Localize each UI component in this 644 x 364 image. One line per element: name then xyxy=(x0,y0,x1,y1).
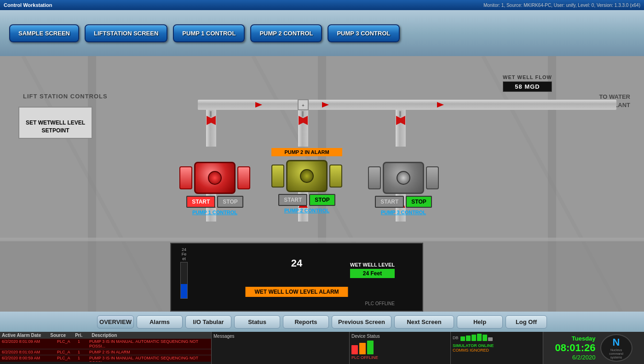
wetwell-panel: 24Feet 24 WET WELL LOW LEVEL ALARM WET W… xyxy=(170,243,423,312)
svg-rect-7 xyxy=(0,238,644,241)
statusbar: Active Alarm Date Source Pri. Descriptio… xyxy=(0,332,644,364)
alarm-row: 6/2/2020 8:01:09 AM PLC_A 1 PUMP 3 IS IN… xyxy=(0,339,211,349)
pump1-stop-btn[interactable]: STOP xyxy=(217,196,243,208)
alarm-col-date: Active Alarm Date xyxy=(2,333,41,338)
alarm-col-desc: Description xyxy=(92,333,117,338)
db-bar xyxy=(472,335,476,341)
pump2-alarm-banner: PUMP 2 IN ALARM xyxy=(271,148,342,156)
db-bar xyxy=(488,337,493,341)
messages-panel: Messages xyxy=(212,332,350,364)
logoff-btn[interactable]: Log Off xyxy=(506,315,547,329)
alarms-header: Active Alarm Date Source Pri. Descriptio… xyxy=(0,332,211,339)
alarm-col-priority: Pri. xyxy=(75,333,82,338)
comms-ignored-label: COMMS IGNORED xyxy=(453,348,541,353)
wet-well-flow-label: WET WELL FLOW xyxy=(503,74,552,80)
wetwell-alarm-label: WET WELL LOW LEVEL ALARM xyxy=(245,287,348,297)
device-status-panel: Device Status PLC OFFLINE xyxy=(350,332,451,364)
alarm-list[interactable]: 6/2/2020 8:01:09 AM PLC_A 1 PUMP 3 IS IN… xyxy=(0,339,211,362)
pump3-container: START STOP PUMP 3 CONTROL xyxy=(368,162,439,215)
clock-time: 08:01:26 xyxy=(555,342,595,354)
clock-date: 6/2/2020 xyxy=(555,354,595,361)
device-bar-3 xyxy=(367,341,374,354)
pump2-control-label[interactable]: PUMP 2 CONTROL xyxy=(284,208,329,213)
wetwell-level-label: WET WELL LEVEL 24 Feet xyxy=(350,262,395,278)
plc-offline-wetwell: PLC OFFLINE xyxy=(365,301,395,306)
wetwell-level-fill xyxy=(181,284,187,298)
titlebar: Control Workstation Monitor: 1, Source: … xyxy=(0,0,644,10)
alarm-row: 6/2/2020 8:01:03 AM PLC_A 1 PUMP 2 IS IN… xyxy=(0,349,211,355)
db-label: DB xyxy=(453,336,459,340)
navbar: SAMPLE SCREEN LIFTSTATION SCREEN PUMP 1 … xyxy=(0,10,644,56)
clock-panel: Tuesday 08:01:26 6/2/2020 N Nucleuscomma… xyxy=(543,332,644,364)
nucleus-text: Nucleuscommandsystems xyxy=(609,348,623,359)
main-area: LIFT STATION CONTROLS TO WATER TREATMENT… xyxy=(0,56,644,312)
pump3-stop-btn[interactable]: STOP xyxy=(406,196,431,208)
overview-btn[interactable]: OVERVIEW xyxy=(97,315,134,329)
pump1-control-label[interactable]: PUMP 1 CONTROL xyxy=(192,210,237,215)
pump1-start-btn[interactable]: START xyxy=(186,196,215,208)
alarm-col-source: Source xyxy=(50,333,66,338)
io-tabular-btn[interactable]: I/O Tabular xyxy=(185,315,231,329)
system-info: Monitor: 1, Source: MKIRK64-PC, User: un… xyxy=(483,3,640,8)
nucleus-n-icon: N xyxy=(613,336,620,348)
wetwell-inner: 24Feet 24 WET WELL LOW LEVEL ALARM WET W… xyxy=(171,244,422,311)
previous-screen-btn[interactable]: Previous Screen xyxy=(332,315,391,329)
device-status-bars xyxy=(351,341,448,354)
status-btn[interactable]: Status xyxy=(234,315,280,329)
device-bar-2 xyxy=(359,343,366,354)
clock-info: Tuesday 08:01:26 6/2/2020 xyxy=(555,335,595,361)
db-bar xyxy=(466,336,471,341)
wet-well-flow-value: 58 MGD xyxy=(503,81,552,92)
pump2-container: PUMP 2 IN ALARM START STOP PUMP 2 CONTRO… xyxy=(271,148,342,213)
db-bars xyxy=(460,334,493,341)
messages-label: Messages xyxy=(213,334,347,339)
alarm-row: 6/2/2020 8:00:59 AM PLC_A 1 PUMP 3 IS IN… xyxy=(0,355,211,362)
nav-pump1-control[interactable]: PUMP 1 CONTROL xyxy=(173,24,245,42)
alarms-panel: Active Alarm Date Source Pri. Descriptio… xyxy=(0,332,212,364)
app-title: Control Workstation xyxy=(4,2,52,8)
db-bar xyxy=(460,336,465,341)
db-bar xyxy=(483,335,487,341)
nav-sample-screen[interactable]: SAMPLE SCREEN xyxy=(9,24,79,42)
pump2-start-btn[interactable]: START xyxy=(278,194,307,206)
pump3-start-btn[interactable]: START xyxy=(375,196,404,208)
lift-station-label: LIFT STATION CONTROLS xyxy=(23,93,108,100)
nav-pump3-control[interactable]: PUMP 3 CONTROL xyxy=(328,24,399,42)
db-bar xyxy=(477,334,482,341)
pump3-control-label[interactable]: PUMP 3 CONTROL xyxy=(381,210,426,215)
system-status-panel: DB SIMULATOR ONLINE COMMS IGNORED xyxy=(451,332,543,364)
clock-day: Tuesday xyxy=(555,335,595,342)
plc-offline-status: PLC OFFLINE xyxy=(351,355,448,360)
wet-well-flow: WET WELL FLOW 58 MGD xyxy=(503,74,552,92)
pump1-container: START STOP PUMP 1 CONTROL xyxy=(179,162,250,215)
device-bar-1 xyxy=(351,345,358,354)
next-screen-btn[interactable]: Next Screen xyxy=(394,315,454,329)
setpoint-button[interactable]: SET WETWELL LEVEL SETPOINT xyxy=(18,107,92,139)
nav-liftstation-screen[interactable]: LIFTSTATION SCREEN xyxy=(85,24,167,42)
alarms-btn[interactable]: Alarms xyxy=(137,315,183,329)
device-status-label: Device Status xyxy=(351,334,448,339)
wetwell-gauge: 24Feet xyxy=(180,247,188,299)
reports-btn[interactable]: Reports xyxy=(283,315,329,329)
water-treatment-label: TO WATER TREATMENT PLANT xyxy=(572,93,630,109)
wetwell-value: 24 xyxy=(291,257,302,269)
simulator-online-label: SIMULATOR ONLINE xyxy=(453,343,541,348)
help-btn[interactable]: Help xyxy=(457,315,503,329)
wetwell-level-value: 24 Feet xyxy=(350,269,395,278)
toolbar: OVERVIEW Alarms I/O Tabular Status Repor… xyxy=(0,312,644,332)
nav-pump2-control[interactable]: PUMP 2 CONTROL xyxy=(250,24,322,42)
pump2-stop-btn[interactable]: STOP xyxy=(309,194,335,206)
nucleus-logo: N Nucleuscommandsystems xyxy=(600,334,632,362)
